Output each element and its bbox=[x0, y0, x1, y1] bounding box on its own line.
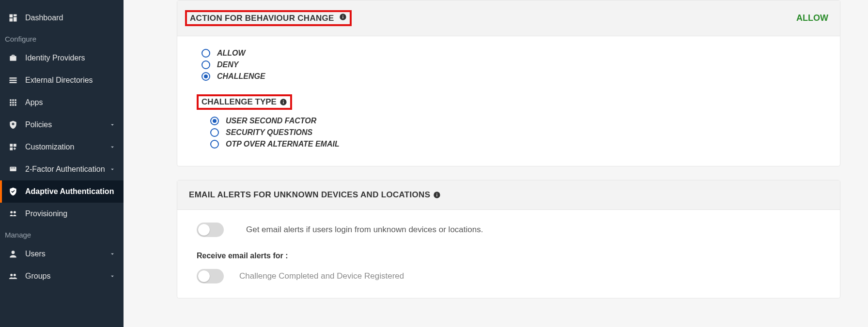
toggle-option-1-label: Challenge Completed and Device Registere… bbox=[239, 271, 404, 281]
groups-icon bbox=[8, 271, 18, 282]
sidebar-item-label: External Directories bbox=[25, 76, 116, 85]
challenge-type-label: CHALLENGE TYPE bbox=[202, 97, 277, 107]
toggle-option-1[interactable] bbox=[197, 269, 224, 283]
sidebar-item-label: Customization bbox=[25, 143, 109, 151]
sidebar-item-identity-providers[interactable]: Identity Providers bbox=[0, 47, 124, 69]
sidebar-item-policies[interactable]: Policies bbox=[0, 114, 124, 136]
shield-check-icon bbox=[8, 186, 18, 197]
svg-rect-36 bbox=[437, 193, 437, 193]
sidebar-item-provisioning[interactable]: Provisioning bbox=[0, 203, 124, 225]
svg-rect-35 bbox=[437, 194, 437, 197]
panel-header: EMAIL ALERTS FOR UNKNOWN DEVICES AND LOC… bbox=[177, 180, 840, 210]
sidebar-item-label: 2-Factor Authentication bbox=[25, 165, 109, 174]
radio-label: OTP OVER ALTERNATE EMAIL bbox=[226, 140, 340, 149]
sidebar-item-label: Dashboard bbox=[25, 14, 116, 22]
panel-body: Get email alerts if users login from unk… bbox=[177, 210, 840, 298]
radio-user-second-factor[interactable]: USER SECOND FACTOR bbox=[210, 117, 821, 125]
panel-status: ALLOW bbox=[796, 13, 828, 23]
receive-alerts-title: Receive email alerts for : bbox=[197, 252, 821, 260]
chevron-down-icon bbox=[109, 121, 116, 128]
chevron-down-icon bbox=[109, 273, 116, 280]
svg-rect-11 bbox=[12, 102, 14, 103]
chevron-down-icon bbox=[109, 251, 116, 257]
sidebar-item-dashboard[interactable]: Dashboard bbox=[0, 7, 124, 29]
radio-icon bbox=[210, 117, 219, 125]
svg-rect-5 bbox=[10, 80, 17, 81]
radio-deny[interactable]: DENY bbox=[202, 60, 821, 69]
svg-rect-13 bbox=[10, 104, 11, 105]
radio-icon bbox=[202, 60, 210, 69]
sidebar-item-2fa[interactable]: 2-Factor Authentication bbox=[0, 158, 124, 180]
radio-icon bbox=[210, 128, 219, 137]
sidebar-item-label: Provisioning bbox=[25, 209, 116, 218]
action-radio-group: ALLOW DENY CHALLENGE bbox=[202, 49, 821, 81]
panel-action-behaviour: ACTION FOR BEHAVIOUR CHANGE ALLOW ALLOW bbox=[177, 0, 840, 166]
svg-point-25 bbox=[12, 251, 15, 254]
panel-title: EMAIL ALERTS FOR UNKNOWN DEVICES AND LOC… bbox=[189, 190, 430, 200]
info-icon[interactable] bbox=[433, 191, 441, 199]
svg-rect-16 bbox=[10, 144, 13, 147]
user-icon bbox=[8, 249, 18, 259]
radio-challenge[interactable]: CHALLENGE bbox=[202, 72, 821, 81]
sidebar-item-external-directories[interactable]: External Directories bbox=[0, 69, 124, 91]
dashboard-icon bbox=[8, 13, 18, 23]
svg-point-27 bbox=[14, 274, 16, 276]
radio-label: SECURITY QUESTIONS bbox=[226, 128, 312, 137]
svg-rect-32 bbox=[283, 102, 283, 104]
svg-rect-3 bbox=[10, 18, 13, 22]
info-icon[interactable] bbox=[279, 98, 287, 106]
svg-point-26 bbox=[10, 274, 13, 276]
svg-rect-29 bbox=[343, 16, 343, 19]
people-sync-icon bbox=[8, 208, 18, 219]
main-content: ACTION FOR BEHAVIOUR CHANGE ALLOW ALLOW bbox=[124, 0, 868, 327]
svg-rect-8 bbox=[12, 99, 14, 101]
svg-rect-33 bbox=[283, 100, 283, 101]
svg-rect-10 bbox=[10, 102, 11, 103]
panel-email-alerts: EMAIL ALERTS FOR UNKNOWN DEVICES AND LOC… bbox=[177, 180, 840, 298]
toggle-description: Get email alerts if users login from unk… bbox=[246, 225, 483, 235]
briefcase-icon bbox=[8, 53, 18, 63]
sidebar-item-label: Policies bbox=[25, 120, 109, 129]
keypad-icon bbox=[8, 164, 18, 175]
toggle-knob bbox=[198, 224, 210, 236]
sidebar-item-groups[interactable]: Groups bbox=[0, 265, 124, 287]
info-icon[interactable] bbox=[339, 13, 347, 21]
radio-label: ALLOW bbox=[217, 49, 246, 58]
sidebar-section-manage: Manage bbox=[0, 225, 124, 243]
svg-rect-17 bbox=[14, 144, 16, 147]
sidebar-item-label: Users bbox=[25, 250, 109, 258]
radio-icon bbox=[202, 49, 210, 58]
svg-rect-20 bbox=[11, 168, 12, 168]
radio-allow[interactable]: ALLOW bbox=[202, 49, 821, 58]
radio-otp-alt-email[interactable]: OTP OVER ALTERNATE EMAIL bbox=[210, 140, 821, 149]
apps-icon bbox=[8, 97, 18, 108]
sidebar-item-adaptive-auth[interactable]: Adaptive Authentication bbox=[0, 180, 124, 203]
radio-icon bbox=[202, 72, 210, 81]
svg-rect-0 bbox=[10, 15, 13, 18]
panel-header: ACTION FOR BEHAVIOUR CHANGE ALLOW bbox=[177, 0, 840, 36]
puzzle-icon bbox=[8, 142, 18, 152]
sidebar-item-label: Groups bbox=[25, 272, 109, 281]
svg-rect-21 bbox=[13, 168, 14, 168]
svg-point-23 bbox=[10, 211, 13, 213]
svg-rect-15 bbox=[15, 104, 16, 105]
svg-rect-7 bbox=[10, 99, 11, 101]
list-icon bbox=[8, 75, 18, 86]
radio-security-questions[interactable]: SECURITY QUESTIONS bbox=[210, 128, 821, 137]
svg-rect-6 bbox=[10, 82, 17, 83]
sidebar-item-label: Adaptive Authentication bbox=[25, 187, 116, 196]
sidebar: Dashboard Configure Identity Providers E… bbox=[0, 0, 124, 327]
sidebar-item-users[interactable]: Users bbox=[0, 243, 124, 265]
sidebar-item-apps[interactable]: Apps bbox=[0, 91, 124, 114]
svg-rect-9 bbox=[15, 99, 16, 101]
svg-rect-18 bbox=[10, 148, 13, 150]
sidebar-item-customization[interactable]: Customization bbox=[0, 136, 124, 158]
toggle-email-alerts[interactable] bbox=[197, 223, 224, 237]
svg-rect-22 bbox=[14, 168, 15, 168]
panel-title: ACTION FOR BEHAVIOUR CHANGE bbox=[190, 14, 334, 23]
chevron-down-icon bbox=[109, 144, 116, 150]
panel-body: ALLOW DENY CHALLENGE CHALLENGE TYPE bbox=[177, 36, 840, 166]
toggle-email-alerts-row: Get email alerts if users login from unk… bbox=[197, 223, 821, 237]
svg-rect-19 bbox=[10, 167, 16, 171]
radio-label: USER SECOND FACTOR bbox=[226, 117, 316, 125]
